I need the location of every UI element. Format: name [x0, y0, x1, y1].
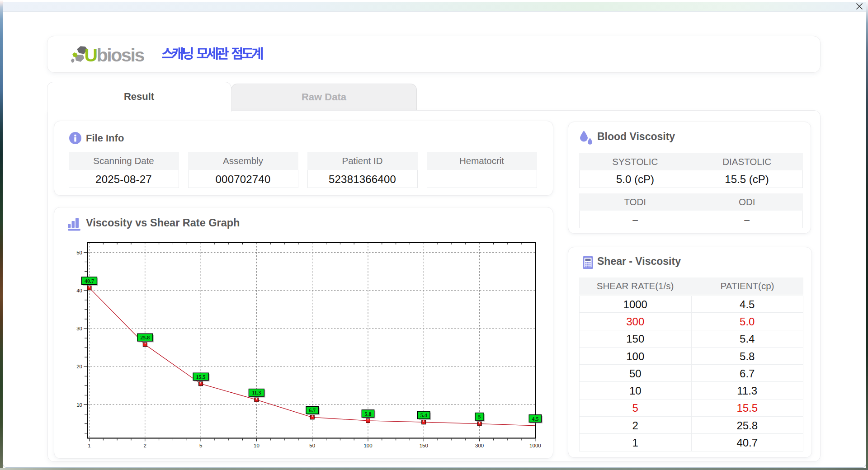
svg-text:25.8: 25.8	[140, 334, 150, 341]
svg-text:40.7: 40.7	[85, 278, 94, 284]
svg-text:50: 50	[309, 443, 315, 448]
svg-text:100: 100	[363, 443, 372, 448]
svg-text:11.3: 11.3	[252, 390, 261, 396]
svg-text:5: 5	[478, 414, 481, 420]
svg-text:4.5: 4.5	[532, 416, 538, 422]
svg-text:20: 20	[76, 364, 82, 369]
svg-text:2: 2	[144, 443, 146, 448]
svg-text:1000: 1000	[529, 443, 541, 448]
svg-text:5.8: 5.8	[365, 411, 372, 417]
svg-text:10: 10	[76, 402, 82, 408]
svg-text:30: 30	[76, 326, 82, 331]
svg-text:1: 1	[88, 443, 90, 448]
svg-text:300: 300	[475, 443, 484, 448]
svg-text:6.7: 6.7	[309, 407, 316, 414]
svg-text:50: 50	[76, 250, 82, 255]
svg-text:15.5: 15.5	[196, 374, 206, 380]
svg-text:10: 10	[254, 443, 259, 448]
svg-text:150: 150	[420, 443, 428, 448]
svg-text:40: 40	[76, 288, 82, 293]
svg-text:5.4: 5.4	[420, 412, 427, 418]
svg-text:5: 5	[199, 443, 202, 448]
